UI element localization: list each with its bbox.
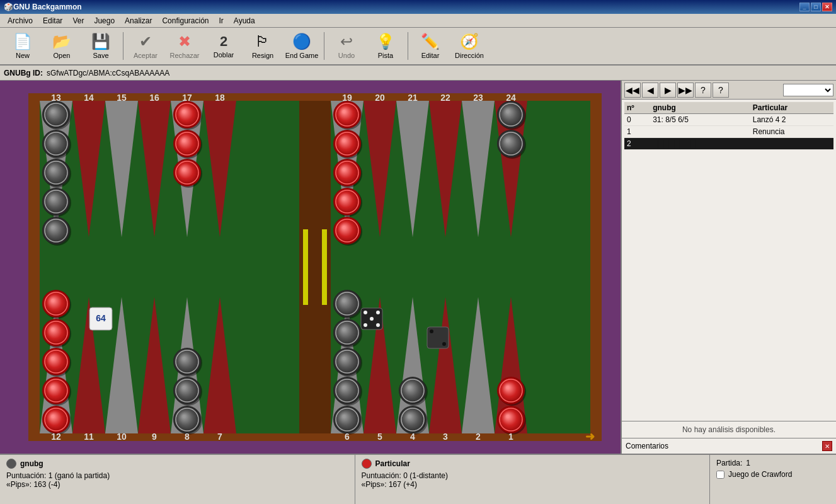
close-comments-button[interactable]: ✕ — [822, 441, 832, 451]
menu-editar[interactable]: Editar — [38, 15, 67, 26]
resign-label: Resign — [252, 52, 273, 59]
game-status: Partida: 1 Juego de Crawford — [710, 455, 836, 504]
player2-name-row: Particular — [362, 459, 704, 469]
main-area: ◀◀ ◀ ▶ ▶▶ ? ? nº gnubg Particular — [0, 81, 836, 454]
open-button[interactable]: 📂 Open — [43, 30, 81, 62]
backgammon-board[interactable] — [0, 81, 621, 454]
player1-status: gnubg Puntuación: 1 (ganó la partida) «P… — [0, 455, 355, 504]
editar-icon: ✏️ — [421, 33, 440, 50]
player1-pips: «Pips»: 163 (-4) — [6, 480, 348, 489]
open-icon: 📂 — [52, 33, 71, 50]
menu-archivo[interactable]: Archivo — [3, 15, 38, 26]
player1-score: Puntuación: 1 (ganó la partida) — [6, 471, 348, 480]
row0-gnubg: 31: 8/5 6/5 — [650, 114, 750, 126]
doblar-label: Doblar — [214, 51, 234, 59]
titlebar: 🎲 GNU Backgammon _ □ ✕ — [0, 0, 836, 14]
pista-label: Pista — [378, 52, 393, 59]
menu-analizar[interactable]: Analizar — [120, 15, 157, 26]
pista-button[interactable]: 💡 Pista — [367, 30, 404, 62]
menubar: Archivo Editar Ver Juego Analizar Config… — [0, 14, 836, 28]
menu-ir[interactable]: Ir — [214, 15, 229, 26]
col-n: nº — [624, 102, 650, 114]
row2-particular — [750, 138, 833, 150]
menu-configuracion[interactable]: Configuración — [157, 15, 214, 26]
partida-value: 1 — [746, 459, 750, 467]
col-gnubg: gnubg — [650, 102, 750, 114]
menu-ver[interactable]: Ver — [67, 15, 89, 26]
player1-name: gnubg — [20, 459, 43, 468]
menu-ayuda[interactable]: Ayuda — [229, 15, 260, 26]
table-row: 0 31: 8/5 6/5 Lanzó 4 2 — [624, 114, 833, 126]
col-particular: Particular — [750, 102, 833, 114]
row1-n: 1 — [624, 126, 650, 138]
aceptar-button[interactable]: ✔ Aceptar — [127, 30, 164, 62]
endgame-button[interactable]: 🔵 End Game — [283, 30, 321, 62]
gnubg-id-label: GNUBg ID: — [4, 69, 43, 77]
panel-dropdown[interactable] — [783, 84, 833, 96]
app-icon: 🎲 — [4, 3, 13, 11]
analysis-area: No hay análisis disponibles. — [622, 421, 836, 438]
board-container — [0, 81, 621, 454]
aceptar-icon: ✔ — [139, 33, 152, 50]
direccion-label: Dirección — [455, 52, 484, 59]
close-button[interactable]: ✕ — [822, 3, 832, 11]
player2-status: Particular Puntuación: 0 (1-distante) «P… — [355, 455, 711, 504]
menu-juego[interactable]: Juego — [89, 15, 120, 26]
separator-2 — [324, 32, 324, 60]
nav-help1-button[interactable]: ? — [695, 83, 711, 98]
gnubg-id-value: sGfwATDgc/ABMA:cCsqABAAAAAA — [47, 69, 169, 77]
nav-first-button[interactable]: ◀◀ — [624, 83, 641, 98]
right-panel-toolbar: ◀◀ ◀ ▶ ▶▶ ? ? — [622, 81, 836, 100]
editar-label: Editar — [421, 52, 440, 59]
partida-label: Partida: — [716, 459, 742, 467]
endgame-icon: 🔵 — [292, 33, 311, 50]
row1-particular: Renuncia — [750, 126, 833, 138]
nav-next-button[interactable]: ▶ — [660, 83, 676, 98]
aceptar-label: Aceptar — [134, 52, 157, 59]
save-label: Save — [93, 52, 108, 59]
moves-table: nº gnubg Particular 0 31: 8/5 6/5 Lanzó … — [624, 102, 833, 150]
player1-name-row: gnubg — [6, 459, 348, 469]
row1-gnubg — [650, 126, 750, 138]
direccion-button[interactable]: 🧭 Dirección — [450, 30, 488, 62]
nav-prev-button[interactable]: ◀ — [642, 83, 658, 98]
nav-last-button[interactable]: ▶▶ — [677, 83, 694, 98]
undo-label: Undo — [338, 52, 355, 59]
nav-help2-button[interactable]: ? — [713, 83, 729, 98]
comments-area: Comentarios ✕ — [622, 438, 836, 454]
row0-n: 0 — [624, 114, 650, 126]
direccion-icon: 🧭 — [460, 33, 479, 50]
player2-pips: «Pips»: 167 (+4) — [362, 480, 704, 489]
maximize-button[interactable]: □ — [811, 3, 821, 11]
row2-gnubg: ████████ — [650, 138, 750, 150]
new-label: New — [16, 52, 30, 59]
table-row: 1 Renuncia — [624, 126, 833, 138]
save-button[interactable]: 💾 Save — [82, 30, 120, 62]
resign-icon: 🏳 — [255, 33, 270, 50]
player1-dot — [6, 459, 16, 469]
minimize-button[interactable]: _ — [799, 3, 810, 11]
undo-button[interactable]: ↩ Undo — [328, 30, 365, 62]
editar-button[interactable]: ✏️ Editar — [411, 30, 449, 62]
app-title: GNU Backgammon — [13, 3, 82, 11]
status-bar: gnubg Puntuación: 1 (ganó la partida) «P… — [0, 454, 836, 504]
rechazar-icon: ✖ — [178, 33, 191, 50]
row2-n: 2 — [624, 138, 650, 150]
player2-dot — [362, 459, 372, 469]
gnubg-id-bar: GNUBg ID: sGfwATDgc/ABMA:cCsqABAAAAAA — [0, 66, 836, 81]
rechazar-button[interactable]: ✖ Rechazar — [166, 30, 203, 62]
toolbar: 📄 New 📂 Open 💾 Save ✔ Aceptar ✖ Rechazar… — [0, 28, 836, 66]
undo-icon: ↩ — [340, 33, 353, 50]
board-canvas[interactable] — [0, 81, 621, 454]
move-table: nº gnubg Particular 0 31: 8/5 6/5 Lanzó … — [622, 100, 836, 421]
right-panel: ◀◀ ◀ ▶ ▶▶ ? ? nº gnubg Particular — [621, 81, 836, 454]
doblar-button[interactable]: 2 Doblar — [205, 30, 243, 62]
resign-button[interactable]: 🏳 Resign — [244, 30, 282, 62]
player2-name: Particular — [375, 459, 410, 468]
rechazar-label: Rechazar — [169, 52, 199, 59]
row0-particular: Lanzó 4 2 — [750, 114, 833, 126]
new-button[interactable]: 📄 New — [4, 30, 42, 62]
partida-row: Partida: 1 — [716, 459, 830, 467]
crawford-checkbox[interactable] — [716, 471, 724, 479]
separator-1 — [123, 32, 123, 60]
